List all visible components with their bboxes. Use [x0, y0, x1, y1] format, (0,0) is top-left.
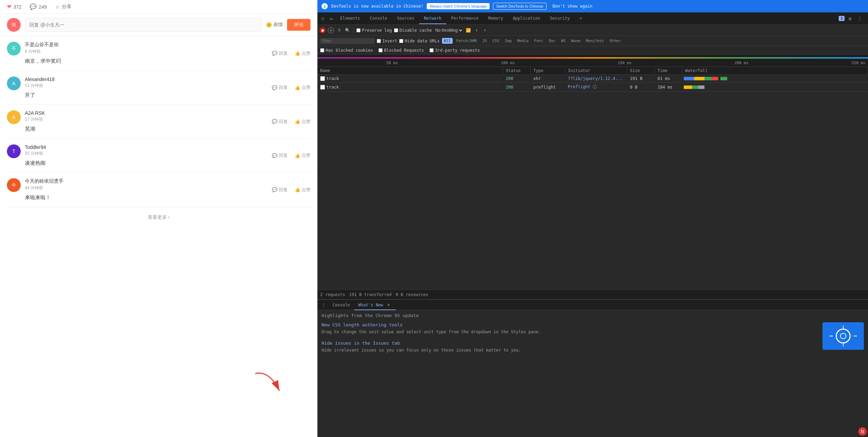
tab-console[interactable]: Console	[365, 13, 392, 24]
hide-data-urls-checkbox[interactable]	[399, 39, 403, 43]
clear-button[interactable]: ⊘	[328, 27, 334, 33]
drawer-menu-icon[interactable]: ⋮	[319, 303, 328, 307]
tab-sources[interactable]: Sources	[392, 13, 419, 24]
has-blocked-cookies-label[interactable]: Has blocked cookies	[320, 48, 373, 53]
filter-media[interactable]: Media	[515, 38, 531, 44]
tab-network[interactable]: Network	[419, 13, 446, 24]
comment-time: 8 分钟前	[25, 49, 268, 54]
tab-elements[interactable]: Elements	[335, 13, 365, 24]
filter-wasm[interactable]: Wasm	[569, 38, 583, 44]
devtools-infobar: i DevTools is now available in Chinese! …	[317, 0, 868, 12]
disable-cache-label[interactable]: Disable cache	[394, 28, 432, 33]
like-count[interactable]: ❤ 372	[7, 3, 21, 10]
comment-username: 不是山谷不是你	[25, 42, 268, 48]
preserve-log-checkbox[interactable]	[356, 28, 361, 32]
infobar-text: DevTools is now available in Chinese!	[331, 4, 423, 9]
settings-icon[interactable]: ⚙	[846, 14, 854, 23]
hide-data-urls-label[interactable]: Hide data URLs	[399, 39, 440, 43]
network-table: Name Status Type Initiator Size Time Wat…	[317, 67, 868, 289]
comment-username: 今天的砖依旧烫手	[25, 178, 268, 184]
row-checkbox[interactable]	[320, 76, 325, 81]
filter-manifest[interactable]: Manifest	[584, 38, 606, 44]
filter-css[interactable]: CSS	[490, 38, 501, 44]
col-size: Size	[627, 67, 655, 74]
switch-chinese-button[interactable]: Switch DevTools to Chinese	[493, 3, 546, 10]
search-icon[interactable]: 🔍	[344, 27, 351, 33]
preserve-log-label[interactable]: Preserve log	[356, 28, 392, 33]
filter-font[interactable]: Font	[532, 38, 545, 44]
blocked-requests-checkbox[interactable]	[378, 48, 383, 52]
third-party-requests-label[interactable]: 3rd-party requests	[430, 48, 480, 53]
tab-application[interactable]: Application	[508, 13, 545, 24]
share-btn[interactable]: ☆ 分享	[55, 4, 71, 10]
feature-title[interactable]: New CSS length authoring tools	[322, 322, 814, 327]
row-type: xhr	[531, 75, 565, 82]
reply-input[interactable]	[25, 18, 262, 32]
throttle-select[interactable]: No throttling Fast 3G Slow 3G	[434, 28, 463, 33]
tab-more[interactable]: »	[575, 13, 587, 24]
reply-button[interactable]: 💬 回复	[272, 152, 288, 159]
feature-title[interactable]: Hide issues in the Issues tab	[322, 341, 814, 346]
has-blocked-cookies-checkbox[interactable]	[320, 48, 324, 52]
reply-button[interactable]: 💬 回复	[272, 119, 288, 125]
record-button[interactable]: ●	[319, 27, 326, 33]
avatar: 今	[7, 178, 21, 192]
third-party-requests-checkbox[interactable]	[430, 48, 434, 52]
filter-fetch-xhr[interactable]: Fetch/XHR	[454, 38, 479, 44]
invert-label[interactable]: Invert	[377, 39, 397, 43]
drawer-tab-whats-new[interactable]: What's New ×	[354, 300, 396, 310]
submit-comment-button[interactable]: 评论	[287, 19, 310, 31]
load-more-button[interactable]: 查看更多 ›	[7, 207, 310, 227]
row-size: 0 B	[627, 83, 655, 91]
reply-icon: 💬	[272, 119, 277, 124]
export-icon[interactable]: ⬇	[482, 27, 488, 33]
filter-img[interactable]: Img	[503, 38, 514, 44]
row-checkbox[interactable]	[320, 85, 325, 90]
requests-count: 2 requests	[320, 292, 345, 297]
drawer-tab-close[interactable]: ×	[386, 302, 391, 307]
filter-ws[interactable]: WS	[559, 38, 568, 44]
filter-other[interactable]: Other	[608, 38, 623, 44]
cursor-icon[interactable]: ⊹	[319, 14, 327, 23]
like-button[interactable]: 👍 点赞	[295, 119, 310, 125]
reply-button[interactable]: 💬 回复	[272, 187, 288, 193]
star-icon: ☆	[55, 4, 60, 10]
wifi-icon[interactable]: 📶	[465, 27, 472, 33]
filter-icon[interactable]: ⚲	[336, 27, 342, 33]
dont-show-link[interactable]: Don't show again	[553, 4, 593, 9]
drawer-content: Highlights from the Chrome 95 update New…	[317, 310, 868, 437]
comment-body: Alexander418 11 分钟前 开了	[25, 77, 268, 99]
filter-all[interactable]: All	[442, 38, 453, 44]
emoji-button[interactable]: 🙂 表情	[266, 22, 283, 28]
filter-doc[interactable]: Doc	[547, 38, 558, 44]
disable-cache-checkbox[interactable]	[394, 28, 398, 32]
reply-button[interactable]: 💬 回复	[272, 50, 288, 57]
drawer-row: New CSS length authoring tools Drag to c…	[322, 322, 864, 359]
row-initiator: Preflight ⓘ	[565, 83, 627, 91]
row-initiator: ??lib/jquery/1.12.4...	[565, 75, 627, 82]
tab-memory[interactable]: Memory	[483, 13, 508, 24]
like-button[interactable]: 👍 点赞	[295, 50, 310, 57]
device-icon[interactable]: ▭	[327, 14, 335, 23]
network-status-bar: 2 requests 191 B transferred 0 B resourc…	[317, 289, 868, 299]
table-row[interactable]: track 200 xhr ??lib/jquery/1.12.4... 191…	[317, 75, 868, 83]
invert-checkbox[interactable]	[377, 39, 381, 43]
tab-security[interactable]: Security	[545, 13, 575, 24]
blocked-requests-label[interactable]: Blocked Requests	[378, 48, 424, 53]
filter-js[interactable]: JS	[480, 38, 489, 44]
tab-performance[interactable]: Performance	[446, 13, 483, 24]
reply-button[interactable]: 💬 回复	[272, 84, 288, 91]
drawer-tab-console[interactable]: Console	[328, 301, 354, 309]
waterfall-bar	[684, 85, 704, 89]
row-time: 61 ms	[655, 75, 682, 82]
comment-count[interactable]: 💬 249	[30, 3, 47, 10]
table-row[interactable]: track 200 preflight Preflight ⓘ 0 B 184 …	[317, 83, 868, 92]
import-icon[interactable]: ⬆	[474, 27, 480, 33]
filter-type-tabs: All Fetch/XHR JS CSS Img Media Font Doc …	[442, 38, 623, 44]
like-button[interactable]: 👍 点赞	[295, 152, 310, 159]
filter-input[interactable]	[319, 38, 375, 44]
like-button[interactable]: 👍 点赞	[295, 187, 310, 193]
more-options-icon[interactable]: ⋮	[856, 14, 864, 23]
match-language-button[interactable]: Always match Chrome's language	[427, 3, 490, 9]
like-button[interactable]: 👍 点赞	[295, 84, 310, 91]
